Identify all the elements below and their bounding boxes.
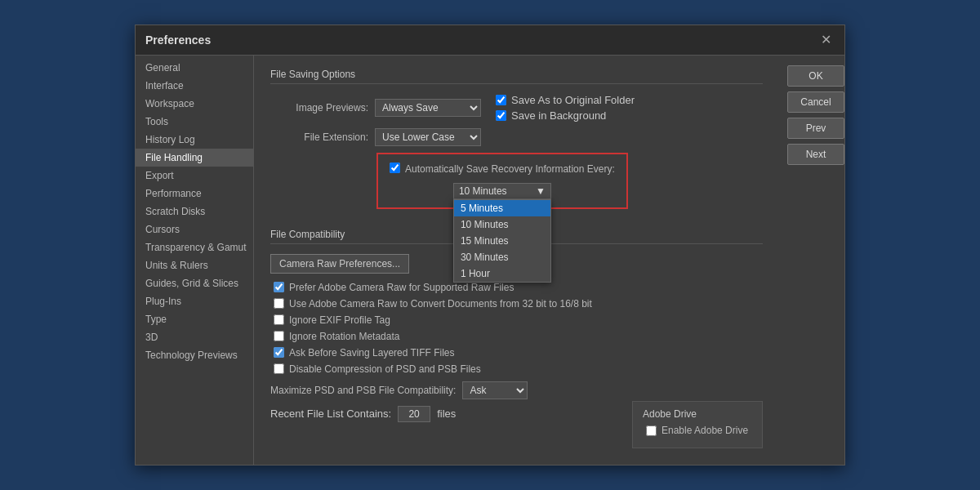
sidebar-item-plug-ins[interactable]: Plug-Ins [136,292,253,310]
maximize-compat-select[interactable]: Always Never Ask [462,381,528,399]
adobe-drive-title: Adobe Drive [643,408,752,420]
sidebar-item-type[interactable]: Type [136,310,253,328]
dialog-title: Preferences [145,33,211,47]
disable-compression-label: Disable Compression of PSD and PSB Files [289,363,481,375]
sidebar-item-guides-grid-slices[interactable]: Guides, Grid & Slices [136,274,253,292]
recovery-dropdown-container: 10 Minutes ▼ 5 Minutes 10 Minutes 15 Min… [453,183,551,199]
file-extension-select[interactable]: Use Lower Case Use Upper Case [375,128,481,146]
image-previews-label: Image Previews: [270,102,368,114]
use-camera-raw-convert-label: Use Adobe Camera Raw to Convert Document… [289,298,592,310]
ask-layered-tiff-row: Ask Before Saving Layered TIFF Files [274,347,763,359]
sidebar-item-history-log[interactable]: History Log [136,131,253,149]
recovery-option-5min[interactable]: 5 Minutes [454,200,550,216]
dialog-body: General Interface Workspace Tools Histor… [136,56,844,465]
save-in-background-row: Save in Background [496,109,635,122]
use-camera-raw-convert-checkbox[interactable] [274,298,284,309]
sidebar-item-cursors[interactable]: Cursors [136,220,253,238]
prefer-camera-raw-row: Prefer Adobe Camera Raw for Supported Ra… [274,282,763,293]
adobe-drive-box: Adobe Drive Enable Adobe Drive [632,401,763,448]
ask-layered-tiff-checkbox[interactable] [274,347,284,358]
save-as-original-checkbox[interactable] [496,95,506,105]
close-button[interactable]: ✕ [817,32,835,48]
recent-files-label: Recent File List Contains: [270,408,391,420]
image-previews-select[interactable]: Always Save Never Save Ask When Saving [375,99,481,117]
prefer-camera-raw-label: Prefer Adobe Camera Raw for Supported Ra… [289,282,514,293]
enable-adobe-drive-checkbox[interactable] [646,425,657,436]
section-file-saving: File Saving Options [270,69,763,84]
ask-layered-tiff-label: Ask Before Saving Layered TIFF Files [289,347,455,359]
sidebar-item-scratch-disks[interactable]: Scratch Disks [136,203,253,220]
file-extension-row: File Extension: Use Lower Case Use Upper… [270,128,763,146]
main-content: File Saving Options Image Previews: Alwa… [254,56,779,465]
ignore-rotation-label: Ignore Rotation Metadata [289,331,399,342]
ignore-exif-label: Ignore EXIF Profile Tag [289,314,390,326]
sidebar-item-export[interactable]: Export [136,167,253,185]
recovery-select-value: 10 Minutes [459,185,507,197]
sidebar-item-workspace[interactable]: Workspace [136,95,253,113]
sidebar-item-3d[interactable]: 3D [136,328,253,346]
maximize-compat-label: Maximize PSD and PSB File Compatibility: [270,385,456,396]
recovery-select-row: 10 Minutes ▼ 5 Minutes 10 Minutes 15 Min… [390,183,615,199]
ignore-exif-row: Ignore EXIF Profile Tag [274,314,763,326]
sidebar: General Interface Workspace Tools Histor… [136,56,254,465]
disable-compression-checkbox[interactable] [274,363,284,374]
sidebar-item-tools[interactable]: Tools [136,113,253,131]
enable-adobe-drive-label: Enable Adobe Drive [662,425,748,436]
recent-files-suffix: files [437,408,456,420]
sidebar-item-file-handling[interactable]: File Handling [136,149,253,167]
recovery-option-15min[interactable]: 15 Minutes [454,233,550,249]
use-camera-raw-convert-row: Use Adobe Camera Raw to Convert Document… [274,298,763,310]
next-button[interactable]: Next [787,144,844,165]
save-in-background-checkbox[interactable] [496,110,506,121]
recovery-option-10min[interactable]: 10 Minutes [454,216,550,233]
sidebar-item-interface[interactable]: Interface [136,77,253,95]
recovery-select-display[interactable]: 10 Minutes ▼ [453,183,551,199]
auto-save-label: Automatically Save Recovery Information … [405,163,615,176]
auto-save-checkbox[interactable] [390,163,400,173]
sidebar-item-performance[interactable]: Performance [136,185,253,203]
prev-button[interactable]: Prev [787,118,844,139]
camera-raw-btn[interactable]: Camera Raw Preferences... [270,254,409,274]
right-buttons: OK Cancel Prev Next [779,56,844,465]
recovery-inner: Automatically Save Recovery Information … [390,163,615,176]
ignore-exif-checkbox[interactable] [274,314,284,325]
sidebar-item-general[interactable]: General [136,59,253,77]
image-previews-row: Image Previews: Always Save Never Save A… [270,94,763,122]
title-bar: Preferences ✕ [136,25,844,56]
prefer-camera-raw-checkbox[interactable] [274,282,284,292]
sidebar-item-units-rulers[interactable]: Units & Rulers [136,256,253,274]
save-as-original-row: Save As to Original Folder [496,94,635,106]
ignore-rotation-row: Ignore Rotation Metadata [274,331,763,342]
recovery-box: Automatically Save Recovery Information … [376,153,628,209]
sidebar-item-technology-previews[interactable]: Technology Previews [136,346,253,364]
maximize-compat-row: Maximize PSD and PSB File Compatibility:… [270,381,763,399]
recovery-option-1hour[interactable]: 1 Hour [454,265,550,282]
sidebar-item-transparency-gamut[interactable]: Transparency & Gamut [136,238,253,256]
file-extension-label: File Extension: [270,131,368,143]
disable-compression-row: Disable Compression of PSD and PSB Files [274,363,763,375]
recent-files-input[interactable] [398,406,430,422]
ignore-rotation-checkbox[interactable] [274,331,284,341]
save-in-background-label: Save in Background [511,109,606,122]
save-as-original-label: Save As to Original Folder [511,94,635,106]
recovery-select-arrow: ▼ [536,185,546,197]
recovery-dropdown-options: 5 Minutes 10 Minutes 15 Minutes 30 Minut… [453,199,551,283]
cancel-button[interactable]: Cancel [787,91,844,113]
ok-button[interactable]: OK [787,65,844,87]
enable-adobe-drive-row: Enable Adobe Drive [646,425,752,436]
recovery-option-30min[interactable]: 30 Minutes [454,249,550,265]
preferences-dialog: Preferences ✕ General Interface Workspac… [135,24,845,466]
